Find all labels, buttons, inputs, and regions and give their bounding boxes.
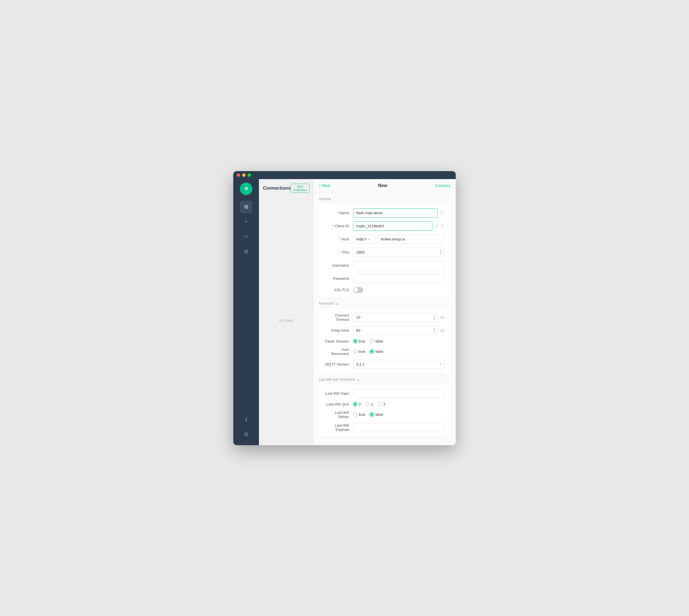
auto-reconnect-row: Auto Reconnect true false [325, 347, 444, 356]
chevron-down-icon: ▾ [368, 237, 370, 241]
connect-button[interactable]: Connect [435, 183, 450, 188]
keep-alive-arrows[interactable]: ▲▼ [433, 327, 436, 333]
connect-timeout-input[interactable] [353, 313, 438, 322]
minimize-dot[interactable] [242, 173, 246, 177]
titlebar [233, 171, 456, 179]
auto-reconnect-false[interactable]: false [370, 349, 383, 354]
connect-timeout-label: Connect Timeout [325, 313, 353, 322]
last-will-qos-row: Last-Will QoS 0 1 [325, 402, 444, 406]
qos-0-radio[interactable] [353, 402, 357, 406]
info-circle-icon: ⓘ [440, 210, 444, 216]
retain-true-radio[interactable] [353, 412, 357, 417]
last-will-topic-input[interactable] [353, 389, 444, 398]
username-label: Username [325, 263, 353, 267]
keep-alive-label: Keep Alive [325, 328, 353, 332]
clean-session-label: Clean Session [325, 339, 353, 343]
clean-session-true-radio[interactable] [353, 339, 357, 343]
close-dot[interactable] [237, 173, 240, 177]
general-form-card: * Name ⓘ * Client ID [319, 204, 450, 298]
spinner-arrows[interactable]: ▲▼ [440, 249, 442, 255]
last-will-qos-label: Last-Will QoS [325, 402, 353, 406]
host-label: * Host [325, 237, 353, 241]
port-spinner: ▲▼ [353, 248, 444, 257]
keep-alive-row: Keep Alive ▲▼ (s) [325, 326, 444, 335]
page-title: New [330, 183, 435, 188]
gear-icon: ⚙ [244, 431, 248, 438]
password-label: Password [325, 276, 353, 281]
connect-timeout-spinner: ▲▼ [353, 313, 438, 322]
app-logo[interactable]: ✕ [240, 182, 252, 195]
sidebar-item-connections[interactable]: ⧉ [240, 201, 252, 213]
port-input[interactable] [353, 248, 444, 257]
username-input[interactable] [353, 261, 444, 270]
clean-session-false[interactable]: false [370, 339, 383, 343]
connections-panel: Connections New Collection No Data [259, 179, 313, 445]
last-will-section-label: Last Will and Testament ▲ [319, 378, 450, 381]
back-button[interactable]: < Back [319, 183, 330, 188]
last-will-topic-row: Last-Will Topic [325, 389, 444, 398]
clean-session-radio-group: true false [353, 339, 444, 343]
add-icon: + [245, 219, 248, 225]
qos-0[interactable]: 0 [353, 402, 361, 406]
advanced-toggle[interactable]: ▲ [336, 302, 339, 305]
app-body: ✕ ⧉ + </> ⊞ ℹ ⚙ [233, 179, 456, 445]
last-will-retain-row: Last-Will Retain true false [325, 410, 444, 419]
toggle-thumb [354, 288, 358, 292]
name-label: * Name [325, 211, 353, 215]
qos-2[interactable]: 2 [378, 402, 385, 406]
app-window: ✕ ⧉ + </> ⊞ ℹ ⚙ [233, 171, 456, 445]
advanced-form-card: Connect Timeout ▲▼ (s) Keep Alive [319, 308, 450, 374]
retain-false[interactable]: false [370, 412, 383, 417]
client-id-input[interactable] [353, 222, 432, 231]
qos-1-radio[interactable] [365, 402, 370, 406]
connections-title: Connections [263, 186, 291, 191]
username-row: Username [325, 261, 444, 270]
general-section-label: General [319, 197, 450, 201]
password-input[interactable] [353, 274, 444, 283]
sidebar-item-code[interactable]: </> [240, 230, 252, 243]
no-data-label: No Data [259, 196, 313, 445]
retain-false-radio[interactable] [370, 412, 374, 417]
auto-reconnect-true-radio[interactable] [353, 349, 357, 354]
mqtt-version-select[interactable]: 3.1.1 ▾ [353, 360, 444, 369]
last-will-form-card: Last-Will Topic Last-Will QoS 0 [319, 384, 450, 437]
last-will-retain-label: Last-Will Retain [325, 410, 353, 419]
ssl-toggle[interactable] [353, 287, 363, 293]
maximize-dot[interactable] [247, 173, 251, 177]
clean-session-false-radio[interactable] [370, 339, 374, 343]
name-input[interactable] [353, 208, 438, 218]
connect-timeout-unit: (s) [440, 315, 444, 320]
host-row: * Host mqtt:// ▾ [325, 235, 444, 244]
last-will-toggle[interactable]: ▲ [357, 378, 360, 381]
client-id-label: * Client ID [325, 224, 353, 228]
sidebar-item-table[interactable]: ⊞ [240, 245, 252, 258]
clock-icon: ⏱ [440, 224, 444, 229]
last-will-qos-radio-group: 0 1 2 [353, 402, 444, 406]
auto-reconnect-true[interactable]: true [353, 349, 365, 354]
auto-reconnect-label: Auto Reconnect [325, 347, 353, 356]
auto-reconnect-false-radio[interactable] [370, 349, 374, 354]
mqtt-version-row: MQTT Version 3.1.1 ▾ [325, 360, 444, 369]
last-will-payload-input[interactable] [353, 423, 444, 432]
sidebar-item-info[interactable]: ℹ [240, 413, 252, 426]
keep-alive-input[interactable] [353, 326, 438, 335]
host-input[interactable] [378, 235, 444, 244]
refresh-icon[interactable]: ↺ [435, 224, 438, 229]
keep-alive-unit: (s) [440, 329, 444, 332]
connect-timeout-row: Connect Timeout ▲▼ (s) [325, 313, 444, 322]
auto-reconnect-radio-group: true false [353, 349, 444, 354]
port-label: * Port [325, 250, 353, 255]
host-inputs: mqtt:// ▾ [353, 235, 444, 244]
sidebar-item-add[interactable]: + [240, 216, 252, 228]
clean-session-true[interactable]: true [353, 339, 365, 343]
sidebar-item-settings[interactable]: ⚙ [240, 428, 252, 441]
qos-1[interactable]: 1 [365, 402, 373, 406]
clean-session-row: Clean Session true false [325, 339, 444, 343]
new-collection-button[interactable]: New Collection [291, 184, 309, 193]
protocol-select[interactable]: mqtt:// ▾ [353, 235, 376, 244]
connect-timeout-arrows[interactable]: ▲▼ [433, 314, 436, 320]
main-header: < Back New Connect [313, 179, 456, 193]
retain-true[interactable]: true [353, 412, 365, 417]
qos-2-radio[interactable] [378, 402, 382, 406]
info-icon: ℹ [245, 416, 247, 423]
